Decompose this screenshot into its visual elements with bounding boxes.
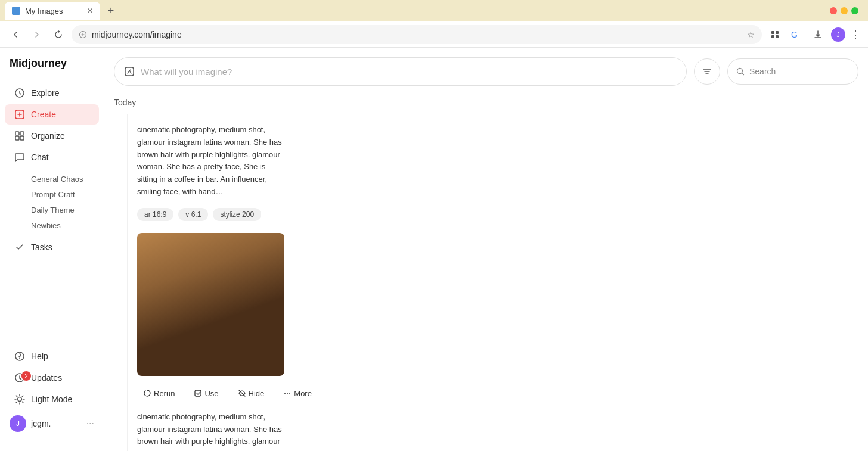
app-logo: Midjourney [0, 57, 104, 82]
search-label: Search [749, 67, 776, 76]
active-tab[interactable]: My Images ✕ [5, 2, 100, 20]
tag-stylize: stylize 200 [213, 208, 261, 221]
use-icon [194, 389, 202, 397]
svg-rect-3 [771, 35, 774, 38]
image-detail-panel: cinematic photography, medium shot, glam… [127, 114, 294, 451]
action-row: Rerun Use Hide More [137, 385, 284, 402]
sidebar: Midjourney Explore Create Organize Chat [0, 48, 104, 451]
tag-version: v 6.1 [178, 208, 208, 221]
svg-point-18 [284, 393, 286, 394]
explore-label: Explore [31, 88, 59, 98]
top-bar: What will you imagine? Search [114, 57, 858, 86]
sidebar-item-create[interactable]: Create [5, 104, 99, 125]
svg-point-15 [737, 69, 743, 74]
sidebar-item-explore[interactable]: Explore [5, 83, 99, 103]
reload-button[interactable] [50, 26, 67, 43]
main-content: What will you imagine? Search Today [104, 48, 868, 451]
sidebar-item-chat[interactable]: Chat [5, 147, 99, 167]
download-button[interactable] [810, 26, 826, 43]
imagine-input[interactable]: What will you imagine? [114, 57, 687, 86]
filter-icon [702, 67, 712, 76]
light-mode-label: Light Mode [31, 394, 72, 404]
sidebar-bottom: Help Updates 2 Light Mode J jcgm. ··· [0, 340, 104, 441]
tab-title: My Images [25, 7, 63, 15]
svg-rect-8 [16, 132, 19, 135]
back-button[interactable] [7, 26, 24, 43]
window-minimize-button[interactable] [841, 7, 848, 14]
svg-rect-4 [776, 35, 779, 38]
updates-label: Updates [31, 373, 62, 382]
search-bar[interactable]: Search [727, 58, 858, 85]
sidebar-item-daily-theme[interactable]: Daily Theme [5, 203, 99, 217]
svg-rect-14 [125, 67, 134, 76]
window-close-button[interactable] [830, 7, 837, 14]
svg-rect-2 [776, 31, 779, 34]
svg-rect-11 [20, 136, 24, 140]
bookmark-icon[interactable]: ☆ [747, 30, 755, 39]
more-label: More [294, 389, 312, 398]
svg-point-13 [18, 397, 22, 402]
chat-subnav: General Chaos Prompt Craft Daily Theme N… [0, 169, 104, 236]
imagine-icon [124, 66, 135, 77]
sidebar-item-updates[interactable]: Updates 2 [5, 368, 99, 388]
sidebar-item-general-chaos[interactable]: General Chaos [5, 172, 99, 186]
browser-chrome: My Images ✕ + midjourney.com/imagine ☆ [0, 0, 868, 48]
svg-rect-10 [16, 136, 19, 140]
light-mode-icon [14, 394, 25, 405]
filter-button[interactable] [694, 58, 720, 85]
browser-more-button[interactable]: ⋮ [850, 28, 861, 41]
more-actions-button[interactable]: More [277, 385, 318, 402]
image-description: cinematic photography, medium shot, glam… [137, 124, 284, 198]
sidebar-item-organize[interactable]: Organize [5, 126, 99, 146]
rerun-label: Rerun [154, 389, 175, 398]
user-avatar: J [10, 415, 26, 432]
tag-aspect-ratio: ar 16:9 [137, 208, 173, 221]
sidebar-nav: Explore Create Organize Chat General Cha… [0, 82, 104, 340]
create-icon [14, 109, 25, 120]
extensions-button[interactable] [767, 26, 783, 43]
imagine-placeholder: What will you imagine? [141, 67, 232, 77]
nav-bar: midjourney.com/imagine ☆ G J ⋮ [0, 21, 868, 48]
sidebar-item-tasks[interactable]: Tasks [5, 237, 99, 257]
url-text: midjourney.com/imagine [92, 30, 742, 39]
new-tab-button[interactable]: + [103, 2, 119, 19]
help-label: Help [31, 352, 48, 361]
app-container: Midjourney Explore Create Organize Chat [0, 0, 868, 451]
svg-rect-1 [771, 31, 774, 34]
use-label: Use [204, 389, 218, 398]
more-icon [283, 389, 292, 397]
explore-icon [14, 88, 25, 98]
image-tags: ar 16:9 v 6.1 stylize 200 [137, 208, 284, 221]
username: jcgm. [31, 419, 82, 428]
chat-label: Chat [31, 153, 49, 162]
user-avatar-nav[interactable]: J [831, 27, 845, 42]
tab-favicon [12, 7, 20, 15]
window-maximize-button[interactable] [851, 7, 858, 14]
user-more-button[interactable]: ··· [86, 418, 94, 429]
sidebar-item-light-mode[interactable]: Light Mode [5, 389, 99, 409]
hide-button[interactable]: Hide [232, 385, 271, 402]
tasks-label: Tasks [31, 242, 52, 252]
tab-close-btn[interactable]: ✕ [87, 7, 93, 15]
tasks-icon [14, 242, 25, 253]
google-icon[interactable]: G [788, 26, 805, 43]
panel-description-2: cinematic photography, medium shot, glam… [137, 411, 284, 451]
rerun-button[interactable]: Rerun [137, 385, 181, 402]
panel-image-preview[interactable] [137, 233, 284, 376]
svg-point-20 [289, 393, 290, 394]
updates-badge: 2 [21, 371, 31, 381]
section-today: Today [114, 98, 858, 107]
sidebar-item-help[interactable]: Help [5, 346, 99, 366]
use-button[interactable]: Use [188, 385, 224, 402]
sidebar-item-newbies[interactable]: Newbies [5, 218, 99, 233]
user-profile-row[interactable]: J jcgm. ··· [0, 410, 104, 437]
sidebar-item-prompt-craft[interactable]: Prompt Craft [5, 187, 99, 202]
organize-label: Organize [31, 131, 65, 141]
url-bar[interactable]: midjourney.com/imagine ☆ [72, 25, 762, 44]
create-label: Create [31, 110, 56, 119]
svg-rect-9 [20, 132, 24, 135]
forward-button[interactable] [29, 26, 45, 43]
rerun-icon [143, 389, 151, 397]
svg-rect-16 [195, 390, 201, 396]
chat-icon [14, 152, 25, 163]
